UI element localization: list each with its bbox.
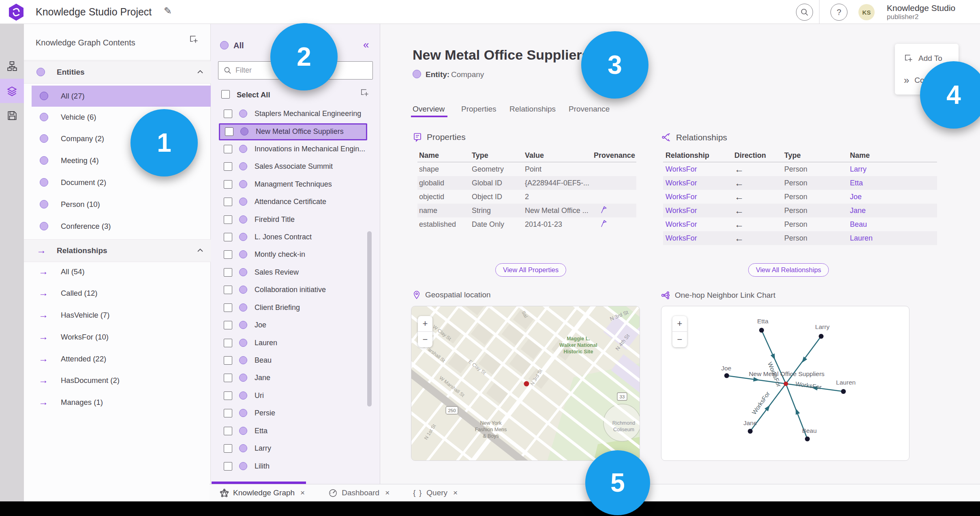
tab-provenance[interactable]: Provenance (569, 105, 610, 114)
list-item[interactable]: L. Jones Contract (211, 229, 380, 246)
item-checkbox[interactable] (224, 462, 232, 471)
list-item[interactable]: Collaboration initiative (211, 282, 380, 299)
item-checkbox[interactable] (224, 374, 232, 382)
item-checkbox[interactable] (224, 215, 232, 224)
contents-rail-button[interactable] (0, 79, 24, 103)
list-scrollbar[interactable] (367, 231, 372, 406)
provenance-flag-icon[interactable] (599, 205, 607, 214)
help-button[interactable]: ? (830, 4, 847, 21)
list-item[interactable]: Jane (211, 370, 380, 387)
list-item[interactable]: Sales Review (211, 264, 380, 281)
entity-link[interactable]: Jane (850, 206, 939, 215)
item-checkbox[interactable] (224, 444, 232, 453)
list-item[interactable]: Etta (211, 423, 380, 440)
entities-section-header[interactable]: Entities (24, 61, 211, 84)
item-checkbox[interactable] (224, 110, 232, 118)
list-item[interactable]: Sales Associate Summit (211, 158, 380, 175)
item-checkbox[interactable] (225, 127, 233, 136)
list-item[interactable]: Persie (211, 405, 380, 422)
collapse-list-panel-icon[interactable]: « (363, 39, 369, 51)
geospatial-map[interactable]: k Rd W Clay St Sal N 3rd St N 4th St ars… (411, 306, 640, 461)
entity-link[interactable]: Joe (850, 193, 939, 201)
sidebar-item-hasvehicle[interactable]: → HasVehicle (7) (24, 305, 211, 326)
sidebar-item-worksfor[interactable]: → WorksFor (10) (24, 327, 211, 348)
list-item[interactable]: Attendance Certificate (211, 194, 380, 211)
add-to-list-icon[interactable] (360, 88, 369, 97)
edit-project-title-icon[interactable]: ✎ (164, 5, 172, 17)
list-item[interactable]: Joe (211, 317, 380, 334)
list-item[interactable]: Staplers Mechanical Engineering (211, 105, 380, 123)
item-checkbox[interactable] (224, 250, 232, 259)
avatar[interactable]: KS (858, 4, 875, 20)
list-item[interactable]: Uri (211, 387, 380, 404)
zoom-out-button[interactable]: − (672, 332, 687, 347)
close-tab-icon[interactable]: × (300, 488, 305, 497)
item-checkbox[interactable] (224, 409, 232, 417)
tab-properties[interactable]: Properties (461, 105, 496, 114)
sidebar-item-person[interactable]: Person (10) (24, 194, 211, 215)
close-tab-icon[interactable]: × (385, 488, 389, 497)
entity-link[interactable]: Etta (850, 179, 939, 187)
sidebar-item-manages[interactable]: → Manages (1) (24, 392, 211, 413)
item-checkbox[interactable] (224, 303, 232, 312)
relationship-link[interactable]: WorksFor (665, 193, 734, 201)
entity-link[interactable]: Larry (850, 165, 939, 174)
list-item[interactable]: Innovations in Mechanical Engin... (211, 141, 380, 158)
sidebar-item-document[interactable]: Document (2) (24, 172, 211, 193)
center-node[interactable] (784, 382, 788, 386)
search-button[interactable] (796, 4, 813, 21)
list-item[interactable]: Client Briefing (211, 299, 380, 316)
add-to-button[interactable]: Add To (904, 54, 942, 63)
list-item-selected[interactable]: New Metal Office Suppliers (219, 123, 367, 140)
item-checkbox[interactable] (224, 162, 232, 171)
list-item[interactable]: Montly check-in (211, 246, 380, 263)
relationship-link[interactable]: WorksFor (665, 206, 734, 215)
list-item[interactable]: Larry (211, 440, 380, 457)
provenance-flag-icon[interactable] (599, 219, 607, 228)
list-item[interactable]: Managment Techniques (211, 176, 380, 193)
sidebar-item-hasdocument[interactable]: → HasDocument (2) (24, 370, 211, 391)
close-tab-icon[interactable]: × (453, 488, 458, 497)
save-rail-button[interactable] (0, 103, 24, 128)
item-checkbox[interactable] (224, 321, 232, 329)
sidebar-item-conference[interactable]: Conference (3) (24, 216, 211, 237)
entity-link[interactable]: Beau (850, 220, 939, 229)
relationship-link[interactable]: WorksFor (665, 220, 734, 229)
link-chart[interactable]: WorksFor WorksFor WorksFor Etta Larry Jo… (661, 306, 909, 461)
view-all-relationships-button[interactable]: View All Relationships (748, 263, 829, 277)
relationship-link[interactable]: WorksFor (665, 234, 734, 243)
bottom-tab-query[interactable]: { } Query × (413, 488, 458, 497)
chevron-up-icon[interactable] (197, 248, 203, 252)
item-checkbox[interactable] (224, 427, 232, 435)
item-checkbox[interactable] (224, 233, 232, 241)
list-item[interactable]: Lilith (211, 458, 380, 475)
select-all-checkbox[interactable] (221, 90, 230, 99)
relationship-link[interactable]: WorksFor (665, 179, 734, 187)
sidebar-item-called[interactable]: → Called (12) (24, 283, 211, 304)
item-checkbox[interactable] (224, 391, 232, 400)
sidebar-item-all-entities[interactable]: All (27) (32, 86, 211, 107)
list-item[interactable]: Beau (211, 352, 380, 369)
bottom-tab-dashboard[interactable]: Dashboard × (328, 488, 389, 498)
list-item[interactable]: Firebird Title (211, 211, 380, 228)
tab-overview[interactable]: Overview (413, 105, 445, 114)
list-item[interactable]: Lauren (211, 335, 380, 352)
item-checkbox[interactable] (224, 180, 232, 189)
add-to-panel-icon[interactable] (189, 34, 199, 44)
relationships-section-header[interactable]: → Relationships (24, 239, 211, 262)
item-checkbox[interactable] (224, 198, 232, 206)
data-model-rail-button[interactable] (0, 54, 24, 78)
bottom-tab-knowledge-graph[interactable]: Knowledge Graph × (220, 488, 305, 498)
item-checkbox[interactable] (224, 286, 232, 294)
zoom-out-button[interactable]: − (418, 332, 432, 347)
item-checkbox[interactable] (224, 356, 232, 365)
zoom-in-button[interactable]: + (418, 316, 432, 332)
tab-relationships[interactable]: Relationships (509, 105, 556, 114)
sidebar-item-all-relationships[interactable]: → All (54) (24, 261, 211, 282)
item-checkbox[interactable] (224, 339, 232, 347)
entity-link[interactable]: Lauren (850, 234, 939, 243)
zoom-in-button[interactable]: + (672, 316, 687, 332)
chevron-up-icon[interactable] (197, 70, 203, 74)
view-all-properties-button[interactable]: View All Properties (495, 263, 566, 277)
item-checkbox[interactable] (224, 145, 232, 153)
